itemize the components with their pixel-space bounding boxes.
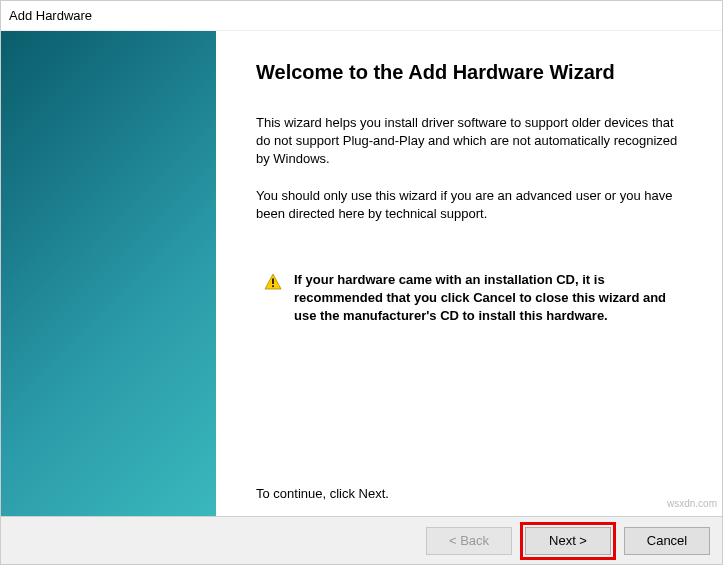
intro-paragraph-2: You should only use this wizard if you a… — [256, 187, 682, 223]
next-button[interactable]: Next > — [525, 527, 611, 555]
warning-icon — [264, 273, 282, 291]
next-button-highlight: Next > — [520, 522, 616, 560]
wizard-window: Add Hardware Welcome to the Add Hardware… — [0, 0, 723, 565]
intro-paragraph-1: This wizard helps you install driver sof… — [256, 114, 682, 169]
titlebar[interactable]: Add Hardware — [1, 1, 722, 31]
wizard-heading: Welcome to the Add Hardware Wizard — [256, 61, 682, 84]
warning-block: If your hardware came with an installati… — [256, 271, 682, 326]
watermark: wsxdn.com — [667, 498, 717, 509]
window-title: Add Hardware — [9, 8, 92, 23]
svg-rect-2 — [272, 285, 274, 287]
main-panel: Welcome to the Add Hardware Wizard This … — [216, 31, 722, 516]
side-banner — [1, 31, 216, 516]
back-button: < Back — [426, 527, 512, 555]
warning-text: If your hardware came with an installati… — [294, 271, 682, 326]
continue-text: To continue, click Next. — [256, 486, 682, 501]
button-bar: < Back Next > Cancel — [1, 516, 722, 564]
content-area: Welcome to the Add Hardware Wizard This … — [1, 31, 722, 516]
cancel-button[interactable]: Cancel — [624, 527, 710, 555]
svg-rect-1 — [272, 278, 274, 284]
